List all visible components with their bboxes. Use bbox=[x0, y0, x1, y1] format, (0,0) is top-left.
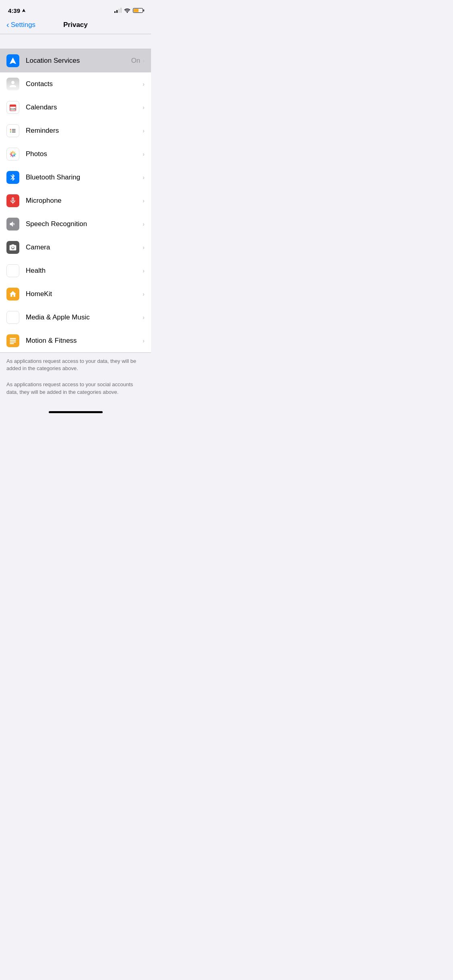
svg-rect-21 bbox=[13, 223, 14, 224]
svg-rect-1 bbox=[10, 105, 16, 107]
list-item[interactable]: Microphone › bbox=[0, 189, 151, 212]
back-button[interactable]: ‹ Settings bbox=[6, 21, 35, 29]
bottom-spacer bbox=[0, 398, 151, 408]
svg-text:3 4 5: 3 4 5 bbox=[10, 108, 16, 110]
list-item[interactable]: Photos › bbox=[0, 142, 151, 166]
svg-rect-23 bbox=[10, 340, 16, 341]
list-item[interactable]: Media & Apple Music › bbox=[0, 306, 151, 329]
svg-rect-22 bbox=[10, 338, 16, 339]
page-title: Privacy bbox=[63, 21, 88, 29]
wifi-icon bbox=[124, 8, 130, 13]
chevron-right-icon: › bbox=[143, 291, 145, 297]
camera-icon bbox=[6, 241, 19, 254]
list-item[interactable]: Location Services On › bbox=[0, 49, 151, 72]
chevron-right-icon: › bbox=[143, 338, 145, 344]
content: Location Services On › Contacts › 3 4 5 … bbox=[0, 34, 151, 415]
chevron-right-icon: › bbox=[143, 314, 145, 321]
photos-icon bbox=[6, 148, 19, 161]
svg-rect-20 bbox=[12, 223, 13, 224]
footer-note-2: As applications request access to your s… bbox=[0, 375, 151, 398]
list-item[interactable]: Camera › bbox=[0, 236, 151, 259]
list-item[interactable]: Motion & Fitness › bbox=[0, 329, 151, 352]
contacts-icon bbox=[6, 78, 19, 91]
chevron-right-icon: › bbox=[143, 198, 145, 204]
motion-fitness-icon bbox=[6, 334, 19, 347]
chevron-right-icon: › bbox=[143, 58, 145, 64]
row-label: Contacts bbox=[26, 80, 143, 88]
row-label: Motion & Fitness bbox=[26, 337, 143, 345]
list-item[interactable]: Bluetooth Sharing › bbox=[0, 166, 151, 189]
signal-icon bbox=[114, 8, 122, 13]
svg-rect-7 bbox=[12, 130, 16, 131]
svg-point-4 bbox=[10, 130, 11, 132]
row-label: Media & Apple Music bbox=[26, 313, 143, 321]
chevron-right-icon: › bbox=[143, 221, 145, 227]
status-icons bbox=[114, 8, 143, 13]
row-label: Photos bbox=[26, 150, 143, 158]
chevron-right-icon: › bbox=[143, 151, 145, 157]
svg-rect-24 bbox=[10, 342, 16, 343]
svg-rect-6 bbox=[12, 129, 16, 130]
microphone-icon bbox=[6, 194, 19, 207]
svg-rect-17 bbox=[10, 223, 11, 224]
svg-point-3 bbox=[10, 129, 11, 130]
settings-list: Location Services On › Contacts › 3 4 5 … bbox=[0, 49, 151, 353]
section-spacer-top bbox=[0, 34, 151, 49]
row-label: Calendars bbox=[26, 103, 143, 111]
list-item[interactable]: Speech Recognition › bbox=[0, 212, 151, 236]
row-label: Microphone bbox=[26, 197, 143, 205]
list-item[interactable]: Reminders › bbox=[0, 119, 151, 142]
chevron-right-icon: › bbox=[143, 128, 145, 134]
svg-line-10 bbox=[14, 152, 14, 153]
music-icon bbox=[6, 311, 19, 324]
reminders-icon bbox=[6, 124, 19, 137]
list-item[interactable]: HomeKit › bbox=[0, 282, 151, 306]
svg-line-12 bbox=[14, 155, 14, 156]
list-item[interactable]: 3 4 5 Calendars › bbox=[0, 96, 151, 119]
svg-line-16 bbox=[11, 152, 12, 153]
row-label: Camera bbox=[26, 243, 143, 251]
svg-rect-25 bbox=[10, 343, 14, 344]
back-label: Settings bbox=[11, 21, 35, 29]
row-value: On bbox=[131, 57, 141, 65]
chevron-right-icon: › bbox=[143, 268, 145, 274]
row-label: Speech Recognition bbox=[26, 220, 143, 228]
row-label: HomeKit bbox=[26, 290, 143, 298]
chevron-right-icon: › bbox=[143, 174, 145, 181]
row-label: Bluetooth Sharing bbox=[26, 173, 143, 181]
footer-note-1: As applications request access to your d… bbox=[0, 353, 151, 375]
location-services-icon bbox=[6, 54, 19, 67]
status-time: 4:39 bbox=[8, 7, 26, 14]
speech-recognition-icon bbox=[6, 218, 19, 231]
calendars-icon: 3 4 5 bbox=[6, 101, 19, 114]
back-chevron-icon: ‹ bbox=[6, 20, 9, 29]
svg-rect-8 bbox=[12, 132, 16, 133]
svg-rect-18 bbox=[11, 223, 12, 224]
list-item[interactable]: Contacts › bbox=[0, 72, 151, 96]
chevron-right-icon: › bbox=[143, 104, 145, 111]
svg-rect-19 bbox=[12, 222, 12, 224]
location-active-icon bbox=[22, 8, 26, 12]
row-label: Reminders bbox=[26, 127, 143, 135]
row-label: Location Services bbox=[26, 57, 131, 65]
status-bar: 4:39 bbox=[0, 0, 151, 18]
home-bar bbox=[49, 411, 103, 413]
nav-bar: ‹ Settings Privacy bbox=[0, 18, 151, 34]
homekit-icon bbox=[6, 288, 19, 301]
health-icon bbox=[6, 264, 19, 277]
bluetooth-sharing-icon bbox=[6, 171, 19, 184]
home-indicator bbox=[0, 408, 151, 415]
list-item[interactable]: Health › bbox=[0, 259, 151, 282]
chevron-right-icon: › bbox=[143, 244, 145, 251]
battery-icon bbox=[133, 8, 143, 13]
svg-line-14 bbox=[11, 155, 12, 156]
svg-point-5 bbox=[10, 132, 11, 133]
row-label: Health bbox=[26, 267, 143, 275]
chevron-right-icon: › bbox=[143, 81, 145, 87]
